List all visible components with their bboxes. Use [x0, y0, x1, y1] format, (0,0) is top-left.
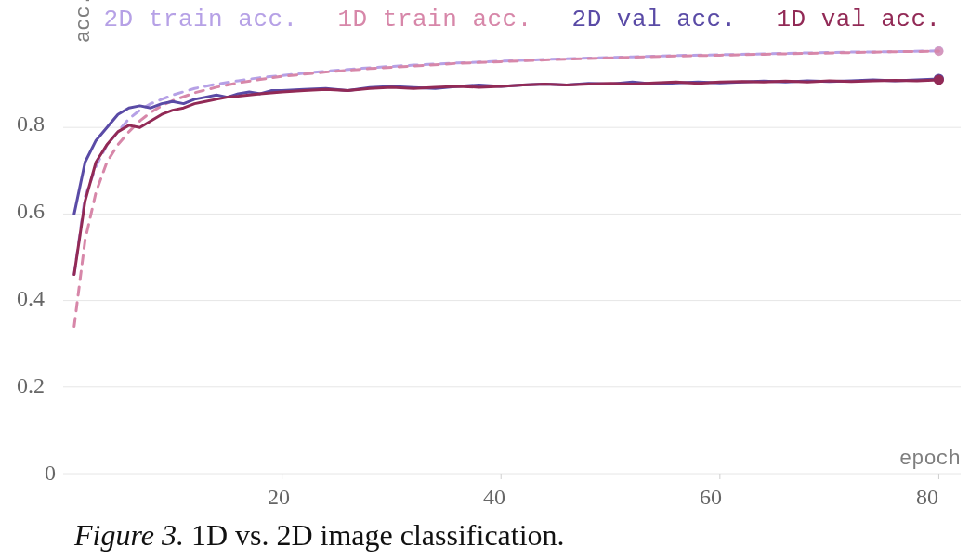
- series-1D-val-acc.: [74, 80, 939, 275]
- series-2D-train-acc.: [74, 51, 939, 275]
- series-2D-val-acc.: [74, 79, 939, 214]
- chart-svg: [0, 0, 970, 520]
- svg-point-12: [934, 74, 944, 85]
- caption-text: 1D vs. 2D image classification.: [184, 518, 565, 552]
- svg-point-10: [934, 46, 943, 56]
- figure: 2D train acc. 1D train acc. 2D val acc. …: [0, 0, 970, 560]
- series-1D-train-acc.: [74, 51, 939, 326]
- caption-label: Figure 3.: [74, 518, 184, 552]
- figure-caption: Figure 3. 1D vs. 2D image classification…: [74, 518, 565, 553]
